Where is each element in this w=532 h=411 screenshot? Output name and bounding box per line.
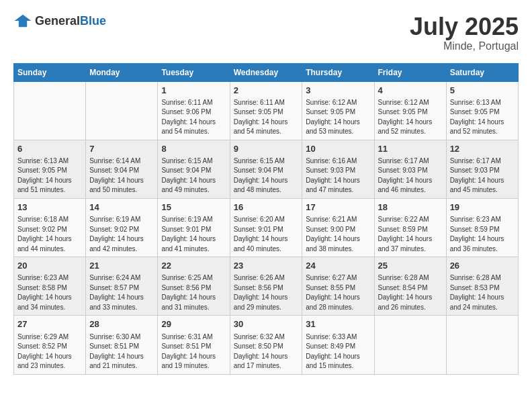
day-number: 16 (234, 201, 299, 214)
day-number: 10 (306, 143, 370, 155)
calendar-cell: 24Sunrise: 6:27 AM Sunset: 8:55 PM Dayli… (302, 257, 374, 316)
cell-content: Sunrise: 6:17 AM Sunset: 9:03 PM Dayligh… (378, 156, 443, 195)
day-number: 12 (450, 143, 515, 155)
calendar-cell: 13Sunrise: 6:18 AM Sunset: 9:02 PM Dayli… (14, 198, 86, 257)
location-subtitle: Minde, Portugal (410, 40, 519, 52)
day-number: 9 (234, 143, 299, 155)
cell-content: Sunrise: 6:13 AM Sunset: 9:05 PM Dayligh… (17, 156, 82, 195)
calendar-header-row: SundayMondayTuesdayWednesdayThursdayFrid… (14, 63, 519, 81)
calendar-cell: 20Sunrise: 6:23 AM Sunset: 8:58 PM Dayli… (14, 257, 86, 316)
calendar-cell: 14Sunrise: 6:19 AM Sunset: 9:02 PM Dayli… (86, 198, 158, 257)
weekday-header-wednesday: Wednesday (230, 63, 302, 81)
cell-content: Sunrise: 6:15 AM Sunset: 9:04 PM Dayligh… (161, 156, 226, 195)
calendar-table: SundayMondayTuesdayWednesdayThursdayFrid… (13, 63, 519, 375)
calendar-cell: 6Sunrise: 6:13 AM Sunset: 9:05 PM Daylig… (14, 140, 86, 198)
cell-content: Sunrise: 6:16 AM Sunset: 9:03 PM Dayligh… (306, 156, 370, 195)
day-number: 27 (17, 318, 82, 330)
cell-content: Sunrise: 6:11 AM Sunset: 9:06 PM Dayligh… (161, 98, 226, 137)
day-number: 30 (234, 318, 299, 330)
day-number: 2 (234, 85, 299, 97)
weekday-header-thursday: Thursday (302, 63, 374, 81)
calendar-cell: 3Sunrise: 6:12 AM Sunset: 9:05 PM Daylig… (302, 81, 374, 140)
day-number: 19 (450, 201, 515, 214)
day-number: 20 (17, 260, 82, 272)
calendar-cell: 23Sunrise: 6:26 AM Sunset: 8:56 PM Dayli… (230, 257, 302, 316)
calendar-week-row: 27Sunrise: 6:29 AM Sunset: 8:52 PM Dayli… (14, 316, 519, 374)
calendar-cell: 27Sunrise: 6:29 AM Sunset: 8:52 PM Dayli… (14, 316, 86, 374)
day-number: 24 (306, 260, 370, 272)
logo-blue-text: Blue (80, 14, 106, 28)
day-number: 25 (378, 260, 443, 272)
cell-content: Sunrise: 6:18 AM Sunset: 9:02 PM Dayligh… (17, 215, 82, 254)
svg-marker-0 (15, 15, 32, 28)
logo-icon (13, 13, 32, 28)
calendar-cell: 9Sunrise: 6:15 AM Sunset: 9:04 PM Daylig… (230, 140, 302, 198)
cell-content: Sunrise: 6:28 AM Sunset: 8:53 PM Dayligh… (450, 273, 515, 312)
cell-content: Sunrise: 6:28 AM Sunset: 8:54 PM Dayligh… (378, 273, 443, 312)
calendar-cell: 1Sunrise: 6:11 AM Sunset: 9:06 PM Daylig… (158, 81, 230, 140)
calendar-cell (374, 316, 446, 374)
day-number: 8 (161, 143, 226, 155)
calendar-week-row: 1Sunrise: 6:11 AM Sunset: 9:06 PM Daylig… (14, 81, 519, 140)
calendar-week-row: 6Sunrise: 6:13 AM Sunset: 9:05 PM Daylig… (14, 140, 519, 198)
cell-content: Sunrise: 6:20 AM Sunset: 9:01 PM Dayligh… (234, 215, 299, 254)
cell-content: Sunrise: 6:21 AM Sunset: 9:00 PM Dayligh… (306, 215, 370, 254)
calendar-cell: 22Sunrise: 6:25 AM Sunset: 8:56 PM Dayli… (158, 257, 230, 316)
calendar-cell: 28Sunrise: 6:30 AM Sunset: 8:51 PM Dayli… (86, 316, 158, 374)
logo-general-text: General (35, 14, 80, 28)
cell-content: Sunrise: 6:19 AM Sunset: 9:01 PM Dayligh… (161, 215, 226, 254)
day-number: 4 (378, 85, 443, 97)
calendar-cell: 4Sunrise: 6:12 AM Sunset: 9:05 PM Daylig… (374, 81, 446, 140)
weekday-header-sunday: Sunday (14, 63, 86, 81)
cell-content: Sunrise: 6:12 AM Sunset: 9:05 PM Dayligh… (378, 98, 443, 137)
calendar-cell: 21Sunrise: 6:24 AM Sunset: 8:57 PM Dayli… (86, 257, 158, 316)
cell-content: Sunrise: 6:31 AM Sunset: 8:51 PM Dayligh… (161, 332, 226, 371)
weekday-header-friday: Friday (374, 63, 446, 81)
day-number: 7 (89, 143, 154, 155)
calendar-cell: 11Sunrise: 6:17 AM Sunset: 9:03 PM Dayli… (374, 140, 446, 198)
cell-content: Sunrise: 6:32 AM Sunset: 8:50 PM Dayligh… (234, 332, 299, 371)
cell-content: Sunrise: 6:23 AM Sunset: 8:58 PM Dayligh… (17, 273, 82, 312)
calendar-cell (446, 316, 518, 374)
calendar-cell (14, 81, 86, 140)
cell-content: Sunrise: 6:17 AM Sunset: 9:03 PM Dayligh… (450, 156, 515, 195)
day-number: 29 (161, 318, 226, 330)
cell-content: Sunrise: 6:14 AM Sunset: 9:04 PM Dayligh… (89, 156, 154, 195)
day-number: 18 (378, 201, 443, 214)
cell-content: Sunrise: 6:24 AM Sunset: 8:57 PM Dayligh… (89, 273, 154, 312)
day-number: 28 (89, 318, 154, 330)
cell-content: Sunrise: 6:26 AM Sunset: 8:56 PM Dayligh… (234, 273, 299, 312)
cell-content: Sunrise: 6:19 AM Sunset: 9:02 PM Dayligh… (89, 215, 154, 254)
day-number: 5 (450, 85, 515, 97)
cell-content: Sunrise: 6:22 AM Sunset: 8:59 PM Dayligh… (378, 215, 443, 254)
calendar-cell: 26Sunrise: 6:28 AM Sunset: 8:53 PM Dayli… (446, 257, 518, 316)
cell-content: Sunrise: 6:12 AM Sunset: 9:05 PM Dayligh… (306, 98, 370, 137)
calendar-body: 1Sunrise: 6:11 AM Sunset: 9:06 PM Daylig… (14, 81, 519, 374)
cell-content: Sunrise: 6:27 AM Sunset: 8:55 PM Dayligh… (306, 273, 370, 312)
weekday-header-saturday: Saturday (446, 63, 518, 81)
cell-content: Sunrise: 6:33 AM Sunset: 8:49 PM Dayligh… (306, 332, 370, 371)
calendar-cell: 30Sunrise: 6:32 AM Sunset: 8:50 PM Dayli… (230, 316, 302, 374)
calendar-cell: 5Sunrise: 6:13 AM Sunset: 9:05 PM Daylig… (446, 81, 518, 140)
calendar-cell: 18Sunrise: 6:22 AM Sunset: 8:59 PM Dayli… (374, 198, 446, 257)
title-block: July 2025 Minde, Portugal (410, 13, 519, 52)
calendar-cell: 25Sunrise: 6:28 AM Sunset: 8:54 PM Dayli… (374, 257, 446, 316)
calendar-cell: 12Sunrise: 6:17 AM Sunset: 9:03 PM Dayli… (446, 140, 518, 198)
calendar-cell: 19Sunrise: 6:23 AM Sunset: 8:59 PM Dayli… (446, 198, 518, 257)
day-number: 6 (17, 143, 82, 155)
month-title: July 2025 (410, 13, 519, 40)
day-number: 21 (89, 260, 154, 272)
cell-content: Sunrise: 6:30 AM Sunset: 8:51 PM Dayligh… (89, 332, 154, 371)
calendar-cell: 31Sunrise: 6:33 AM Sunset: 8:49 PM Dayli… (302, 316, 374, 374)
day-number: 15 (161, 201, 226, 214)
calendar-cell: 8Sunrise: 6:15 AM Sunset: 9:04 PM Daylig… (158, 140, 230, 198)
cell-content: Sunrise: 6:15 AM Sunset: 9:04 PM Dayligh… (234, 156, 299, 195)
calendar-cell: 7Sunrise: 6:14 AM Sunset: 9:04 PM Daylig… (86, 140, 158, 198)
day-number: 23 (234, 260, 299, 272)
day-number: 1 (161, 85, 226, 97)
calendar-week-row: 13Sunrise: 6:18 AM Sunset: 9:02 PM Dayli… (14, 198, 519, 257)
cell-content: Sunrise: 6:25 AM Sunset: 8:56 PM Dayligh… (161, 273, 226, 312)
weekday-header-monday: Monday (86, 63, 158, 81)
cell-content: Sunrise: 6:11 AM Sunset: 9:05 PM Dayligh… (234, 98, 299, 137)
calendar-cell: 17Sunrise: 6:21 AM Sunset: 9:00 PM Dayli… (302, 198, 374, 257)
